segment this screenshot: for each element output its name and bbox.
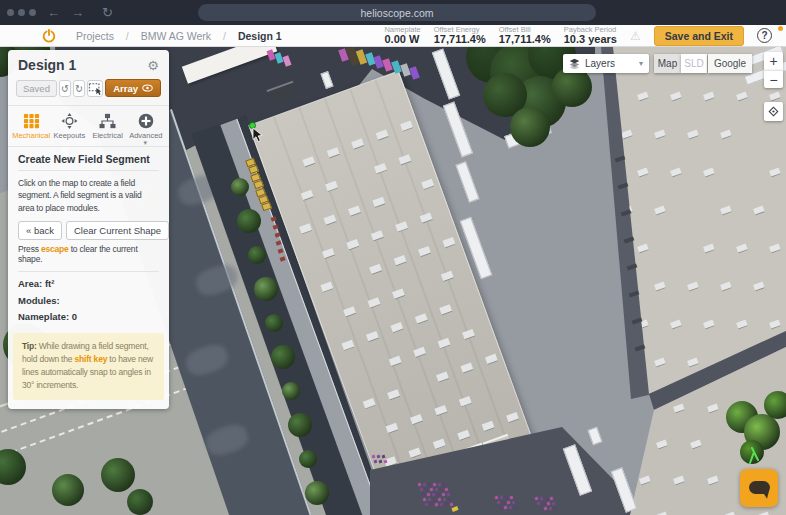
map-decor xyxy=(386,423,399,434)
chat-launcher-button[interactable] xyxy=(740,469,778,507)
map-decor xyxy=(127,489,153,515)
map-decor xyxy=(398,154,411,165)
map-decor xyxy=(266,81,297,104)
zoom-in-button[interactable]: + xyxy=(764,52,783,70)
map-decor xyxy=(548,507,552,511)
breadcrumb-separator: / xyxy=(223,30,226,42)
zoom-out-button[interactable]: − xyxy=(764,70,783,88)
sld-view-button[interactable]: SLD xyxy=(681,54,707,73)
map-decor xyxy=(280,256,286,261)
save-and-exit-button[interactable]: Save and Exit xyxy=(654,26,744,46)
map-decor xyxy=(432,48,460,99)
traffic-light-icon[interactable] xyxy=(7,9,14,16)
tab-electrical[interactable]: Electrical xyxy=(89,111,127,144)
map-decor xyxy=(320,282,333,293)
map-decor xyxy=(536,502,540,506)
map-decor xyxy=(220,119,383,515)
modules-row: Modules: xyxy=(18,293,159,310)
map-decor xyxy=(511,501,515,505)
layers-dropdown[interactable]: Layers ▾ xyxy=(563,54,649,73)
map-decor xyxy=(621,209,632,216)
map-decor xyxy=(101,458,135,492)
tab-mechanical[interactable]: Mechanical xyxy=(12,111,50,144)
app-top-bar: Projects / BMW AG Werk / Design 1 Namepl… xyxy=(0,25,786,47)
map-decor xyxy=(736,92,748,102)
map-decor xyxy=(545,497,549,501)
redo-button[interactable]: ↻ xyxy=(73,80,85,97)
select-area-button[interactable] xyxy=(87,80,103,97)
helioscope-logo-icon[interactable] xyxy=(42,29,56,43)
map-decor xyxy=(325,181,338,192)
map-decor xyxy=(434,405,447,416)
map-decor xyxy=(428,498,432,502)
map-decor xyxy=(764,391,786,419)
map-decor xyxy=(282,55,291,66)
map-decor xyxy=(443,498,447,502)
design-panel: Design 1 ⚙ Saved ↺ ↻ Array xyxy=(8,50,169,409)
map-decor xyxy=(193,261,241,299)
map-decor xyxy=(382,455,386,459)
array-button[interactable]: Array xyxy=(105,79,161,97)
shift-key-label: shift key xyxy=(75,354,108,364)
map-decor xyxy=(443,102,473,158)
map-decor xyxy=(623,236,634,243)
url-bar[interactable]: helioscope.com xyxy=(198,4,596,21)
map-decor xyxy=(439,488,443,492)
drawing-cursor-mark xyxy=(746,447,762,465)
map-decor xyxy=(436,371,449,382)
map-decor xyxy=(182,47,277,84)
breadcrumb-design: Design 1 xyxy=(238,30,282,42)
map-decor xyxy=(387,389,400,400)
map-decor xyxy=(272,224,278,229)
map-decor xyxy=(256,187,267,196)
reload-icon[interactable]: ↻ xyxy=(102,6,113,19)
map-decor xyxy=(637,168,649,178)
breadcrumb-project[interactable]: BMW AG Werk xyxy=(141,30,211,42)
map-decor xyxy=(301,190,314,201)
undo-button[interactable]: ↺ xyxy=(59,80,71,97)
map-decor xyxy=(540,497,544,501)
map-decor xyxy=(615,155,626,162)
map-decor xyxy=(430,503,434,507)
map-decor xyxy=(231,178,249,196)
back-icon[interactable]: ← xyxy=(47,6,60,19)
map-decor xyxy=(302,156,315,167)
gear-icon[interactable]: ⚙ xyxy=(147,59,159,72)
clear-shape-button[interactable]: Clear Current Shape xyxy=(66,221,169,240)
traffic-light-icon[interactable] xyxy=(18,9,25,16)
map-decor xyxy=(203,421,251,459)
map-decor xyxy=(563,444,592,495)
map-decor xyxy=(670,320,682,330)
map-decor xyxy=(389,356,402,367)
stat-nameplate: Nameplate 0.00 W xyxy=(384,26,420,45)
warning-icon[interactable]: ⚠ xyxy=(630,29,641,43)
back-button[interactable]: « back xyxy=(18,221,62,240)
map-view-button[interactable]: Map xyxy=(654,54,681,73)
map-decor xyxy=(457,443,495,489)
map-decor xyxy=(726,401,758,433)
map-decor xyxy=(621,358,633,368)
map-decor xyxy=(400,121,413,132)
map-decor xyxy=(369,264,382,275)
map-decor xyxy=(514,76,566,128)
map-decor xyxy=(421,493,425,497)
google-basemap-button[interactable]: Google xyxy=(708,54,752,73)
recenter-button[interactable] xyxy=(764,102,783,121)
tab-label: Electrical xyxy=(92,131,122,140)
map-decor xyxy=(741,404,753,414)
map-decor xyxy=(419,488,423,492)
tab-keepouts[interactable]: Keepouts xyxy=(50,111,88,144)
keepouts-move-icon xyxy=(61,113,78,129)
mouse-cursor-icon xyxy=(252,128,264,143)
map-decor xyxy=(435,503,439,507)
saved-button[interactable]: Saved xyxy=(16,80,57,97)
breadcrumb-projects[interactable]: Projects xyxy=(76,30,114,42)
forward-icon[interactable]: → xyxy=(71,6,84,19)
map-decor xyxy=(446,493,450,497)
map-decor xyxy=(635,344,646,351)
help-button[interactable]: ? xyxy=(757,28,772,43)
tip-box: Tip: While drawing a field segment, hold… xyxy=(13,333,164,400)
map-decor xyxy=(191,115,393,515)
traffic-light-icon[interactable] xyxy=(29,9,36,16)
map-decor xyxy=(551,502,555,506)
